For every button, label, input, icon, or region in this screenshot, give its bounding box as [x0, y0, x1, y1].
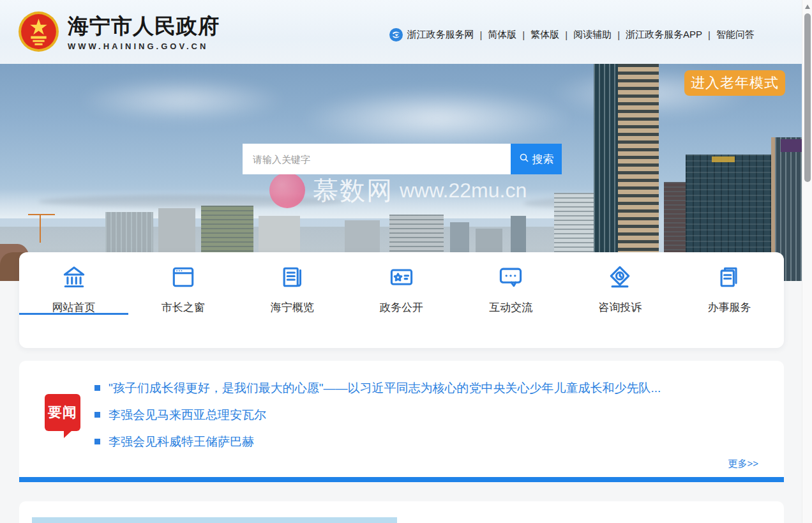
building-sign [712, 156, 735, 162]
scrollbar[interactable] [802, 0, 812, 523]
more-news-link[interactable]: 更多>> [728, 458, 758, 470]
scrollbar-thumb[interactable] [804, 13, 811, 182]
nav-item-overview[interactable]: 海宁概览 [237, 252, 347, 348]
hero-banner: 慕数网 www.22mu.cn 搜索 进入老年模式 [0, 64, 802, 281]
header-links: 浙江政务服务网 | 简体版 | 繁体版 | 阅读辅助 | 浙江政务服务APP |… [389, 28, 755, 42]
link-smart-qa[interactable]: 智能问答 [716, 29, 755, 41]
search-bar: 搜索 [243, 144, 562, 174]
construction-crane [40, 214, 41, 243]
next-section-card [19, 501, 784, 523]
news-item: 李强会见科威特王储萨巴赫 [94, 428, 771, 455]
overview-doc-icon [278, 263, 306, 294]
site-header: 海宁市人民政府 WWW.HAINING.GOV.CN 浙江政务服务网 | 简体版… [0, 0, 802, 64]
news-item: "孩子们成长得更好，是我们最大的心愿"——以习近平同志为核心的党中央关心少年儿童… [94, 375, 771, 402]
search-button[interactable]: 搜索 [511, 144, 562, 174]
bank-icon [60, 263, 88, 294]
search-input[interactable] [243, 144, 511, 174]
building-sign [781, 139, 802, 152]
nav-item-label: 办事服务 [707, 300, 751, 315]
nav-item-open-government[interactable]: 政务公开 [347, 252, 456, 348]
chat-bubble-icon [497, 263, 525, 294]
news-badge: 要闻 [45, 394, 80, 431]
page: 海宁市人民政府 WWW.HAINING.GOV.CN 浙江政务服务网 | 简体版… [0, 0, 812, 523]
news-link[interactable]: "孩子们成长得更好，是我们最大的心愿"——以习近平同志为核心的党中央关心少年儿童… [109, 381, 661, 395]
complaint-clock-icon [606, 263, 634, 294]
nav-item-home[interactable]: 网站首页 [19, 252, 128, 348]
nav-item-complaints[interactable]: 咨询投诉 [566, 252, 675, 348]
news-item: 李强会见马来西亚总理安瓦尔 [94, 402, 771, 428]
nav-item-label: 政务公开 [380, 300, 423, 315]
nav-item-interaction[interactable]: 互动交流 [456, 252, 566, 348]
hero-skyscraper [594, 64, 618, 281]
link-zhejiang-service[interactable]: 浙江政务服务网 [407, 29, 474, 41]
site-name: 海宁市人民政府 [68, 15, 220, 38]
nav-item-label: 咨询投诉 [598, 300, 642, 315]
construction-crane [28, 214, 55, 215]
news-link[interactable]: 李强会见科威特王储萨巴赫 [109, 435, 254, 448]
news-link[interactable]: 李强会见马来西亚总理安瓦尔 [109, 408, 266, 421]
site-url: WWW.HAINING.GOV.CN [68, 42, 220, 51]
site-title-block: 海宁市人民政府 WWW.HAINING.GOV.CN [68, 11, 220, 51]
nav-item-label: 海宁概览 [271, 300, 314, 315]
site-logo-link[interactable]: 海宁市人民政府 WWW.HAINING.GOV.CN [18, 11, 220, 55]
link-separator: | [522, 29, 525, 40]
search-button-label: 搜索 [532, 152, 554, 167]
service-docs-icon [715, 263, 743, 294]
nav-item-label: 网站首页 [52, 300, 96, 315]
section-tab-bar [32, 517, 397, 523]
headline-news-card: 要闻 "孩子们成长得更好，是我们最大的心愿"——以习近平同志为核心的党中央关心少… [19, 361, 784, 482]
bullet-icon [94, 439, 100, 444]
national-emblem-icon [18, 11, 59, 55]
link-separator: | [708, 29, 710, 40]
star-card-icon [387, 263, 416, 294]
window-icon [169, 263, 197, 294]
link-zhejiang-app[interactable]: 浙江政务服务APP [626, 29, 702, 41]
nav-item-label: 互动交流 [489, 300, 532, 315]
news-list: "孩子们成长得更好，是我们最大的心愿"——以习近平同志为核心的党中央关心少年儿童… [94, 375, 771, 455]
zhejiang-gov-service-icon [389, 28, 403, 42]
cloud-shape [300, 88, 575, 149]
link-separator: | [617, 29, 620, 40]
search-icon [519, 153, 529, 166]
nav-item-services[interactable]: 办事服务 [675, 252, 784, 348]
nav-item-mayor-window[interactable]: 市长之窗 [128, 252, 237, 348]
link-simplified[interactable]: 简体版 [488, 29, 516, 41]
elder-mode-button[interactable]: 进入老年模式 [684, 70, 785, 96]
link-reading-aid[interactable]: 阅读辅助 [573, 29, 612, 41]
nav-item-label: 市长之窗 [162, 300, 205, 315]
haze-shape [0, 189, 645, 218]
link-separator: | [479, 29, 482, 40]
link-traditional[interactable]: 繁体版 [530, 29, 559, 41]
scroll-up-arrow-icon[interactable] [805, 4, 810, 9]
link-separator: | [565, 29, 568, 40]
cloud-shape [77, 78, 287, 123]
hero-skyscraper [618, 64, 659, 281]
bullet-icon [94, 412, 100, 418]
main-navigation: 网站首页 市长之窗 海宁概览 [19, 252, 784, 348]
bullet-icon [94, 385, 100, 391]
